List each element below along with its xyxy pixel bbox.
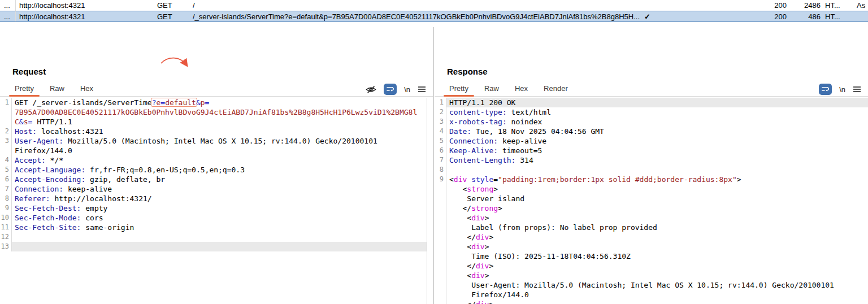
- code-line[interactable]: 10Sec-Fetch-Mode: cors: [0, 213, 427, 223]
- code-text: </div>: [446, 261, 868, 271]
- request-panel: Request PrettyRawHex \n 1GET /_server-is…: [0, 27, 433, 304]
- code-text: Firefox/144.0: [446, 290, 868, 299]
- code-line[interactable]: C&s= HTTP/1.1: [0, 117, 427, 127]
- method-cell: GET: [157, 12, 189, 21]
- url-text: /: [193, 1, 195, 10]
- line-number: [435, 299, 446, 304]
- line-number: 11: [0, 223, 12, 232]
- response-tab-bar: PrettyRawHexRender: [435, 83, 868, 97]
- code-line[interactable]: <div>: [435, 213, 868, 223]
- code-text: </div>: [446, 232, 868, 242]
- code-line[interactable]: 4Date: Tue, 18 Nov 2025 04:04:56 GMT: [435, 127, 868, 136]
- code-text: Sec-Fetch-Dest: empty: [12, 203, 427, 213]
- code-line[interactable]: 4Accept: */*: [0, 155, 427, 165]
- newline-toggle-button[interactable]: \n: [839, 85, 845, 94]
- line-number: [0, 107, 12, 117]
- code-line[interactable]: </strong>: [435, 203, 868, 213]
- code-line[interactable]: 2Host: localhost:4321: [0, 127, 427, 136]
- tab-raw[interactable]: Raw: [476, 82, 507, 96]
- code-line[interactable]: 6Accept-Encoding: gzip, deflate, br: [0, 175, 427, 184]
- word-wrap-button[interactable]: [384, 84, 397, 95]
- code-line[interactable]: 11Sec-Fetch-Site: same-origin: [0, 223, 427, 232]
- code-text: Accept: */*: [12, 155, 427, 165]
- code-line[interactable]: 3User-Agent: Mozilla/5.0 (Macintosh; Int…: [0, 136, 427, 146]
- line-number: 7: [0, 184, 12, 194]
- code-line[interactable]: 1HTTP/1.1 200 OK: [435, 98, 868, 107]
- response-editor[interactable]: 1HTTP/1.1 200 OK2content-type: text/html…: [435, 98, 868, 304]
- tab-pretty[interactable]: Pretty: [441, 82, 476, 96]
- line-number: [435, 280, 446, 290]
- tab-pretty[interactable]: Pretty: [7, 82, 42, 96]
- code-line[interactable]: 8Referer: http://localhost:4321/: [0, 194, 427, 203]
- code-line[interactable]: 5Accept-Language: fr,fr-FR;q=0.8,en-US;q…: [0, 165, 427, 175]
- history-row[interactable]: ...http://localhost:4321GET/2002486HT...…: [0, 0, 868, 11]
- code-text: content-type: text/html: [446, 107, 868, 117]
- code-line[interactable]: 7Content-Length: 314: [435, 155, 868, 165]
- code-line[interactable]: Firefox/144.0: [435, 290, 868, 299]
- hide-matched-eye-icon[interactable]: [366, 85, 376, 94]
- request-editor[interactable]: 1GET /_server-islands/ServerTime?e=defau…: [0, 98, 427, 304]
- tab-render[interactable]: Render: [536, 82, 576, 96]
- code-line[interactable]: 6Keep-Alive: timeout=5: [435, 146, 868, 155]
- code-line[interactable]: User-Agent: Mozilla/5.0 (Macintosh; Inte…: [435, 280, 868, 290]
- code-line[interactable]: Firefox/144.0: [0, 146, 427, 155]
- code-text: Time (ISO): 2025-11-18T04:04:56.310Z: [446, 251, 868, 261]
- line-number: [435, 290, 446, 299]
- url-text: /_server-islands/ServerTime?e=default&p=…: [193, 12, 640, 21]
- word-wrap-button[interactable]: [819, 84, 832, 95]
- code-text: <div style="padding:1rem;border:1px soli…: [446, 175, 868, 184]
- tab-hex[interactable]: Hex: [507, 82, 536, 96]
- code-text: <div>: [446, 213, 868, 223]
- tab-raw[interactable]: Raw: [42, 82, 72, 96]
- host-cell: http://localhost:4321: [16, 12, 157, 21]
- code-line[interactable]: Server island: [435, 194, 868, 203]
- code-line[interactable]: 8: [435, 165, 868, 175]
- line-number: 5: [435, 136, 446, 146]
- menu-icon[interactable]: [418, 86, 426, 93]
- menu-icon[interactable]: [853, 86, 861, 93]
- code-line[interactable]: Label (from props): No label prop provid…: [435, 223, 868, 232]
- code-line[interactable]: <div>: [435, 242, 868, 251]
- code-line[interactable]: 7B95A7D00AD8EC0E40521117kOGBkEb0PnhvlBDv…: [0, 107, 427, 117]
- code-line[interactable]: 12: [0, 232, 427, 242]
- line-number: 13: [0, 242, 12, 251]
- code-line[interactable]: 9Sec-Fetch-Dest: empty: [0, 203, 427, 213]
- line-number: [435, 223, 446, 232]
- code-line[interactable]: 5Connection: keep-alive: [435, 136, 868, 146]
- status-cell: 200: [764, 1, 787, 10]
- code-line[interactable]: 3x-robots-tag: noindex: [435, 117, 868, 127]
- line-number: 3: [435, 117, 446, 127]
- panel-divider[interactable]: [433, 27, 434, 304]
- code-text: </div>: [446, 299, 868, 304]
- code-line[interactable]: </div>: [435, 232, 868, 242]
- code-line[interactable]: 13: [0, 242, 427, 251]
- code-line[interactable]: 2content-type: text/html: [435, 107, 868, 117]
- line-number: 6: [0, 175, 12, 184]
- tab-hex[interactable]: Hex: [72, 82, 101, 96]
- code-text: C&s= HTTP/1.1: [12, 117, 427, 127]
- code-line[interactable]: </div>: [435, 261, 868, 271]
- line-number: 9: [0, 203, 12, 213]
- history-row[interactable]: ...http://localhost:4321GET/_server-isla…: [0, 11, 868, 22]
- code-text: <div>: [446, 271, 868, 280]
- code-line[interactable]: <div>: [435, 271, 868, 280]
- code-line[interactable]: </div>: [435, 299, 868, 304]
- line-number: 9: [435, 175, 446, 184]
- code-line[interactable]: 1GET /_server-islands/ServerTime?e=defau…: [0, 98, 427, 107]
- line-number: [435, 194, 446, 203]
- length-cell: 486: [787, 12, 821, 21]
- host-cell: http://localhost:4321: [16, 1, 157, 10]
- code-text: Date: Tue, 18 Nov 2025 04:04:56 GMT: [446, 127, 868, 136]
- line-number: 8: [0, 194, 12, 203]
- code-line[interactable]: Time (ISO): 2025-11-18T04:04:56.310Z: [435, 251, 868, 261]
- response-panel-title: Response: [447, 67, 488, 76]
- newline-toggle-button[interactable]: \n: [404, 85, 410, 94]
- line-number: [435, 251, 446, 261]
- request-panel-title: Request: [12, 67, 46, 76]
- row-id-cell: ...: [0, 0, 16, 11]
- code-line[interactable]: 9<div style="padding:1rem;border:1px sol…: [435, 175, 868, 184]
- mime-cell: HT...: [821, 12, 854, 21]
- code-line[interactable]: 7Connection: keep-alive: [0, 184, 427, 194]
- line-number: [435, 232, 446, 242]
- code-line[interactable]: <strong>: [435, 184, 868, 194]
